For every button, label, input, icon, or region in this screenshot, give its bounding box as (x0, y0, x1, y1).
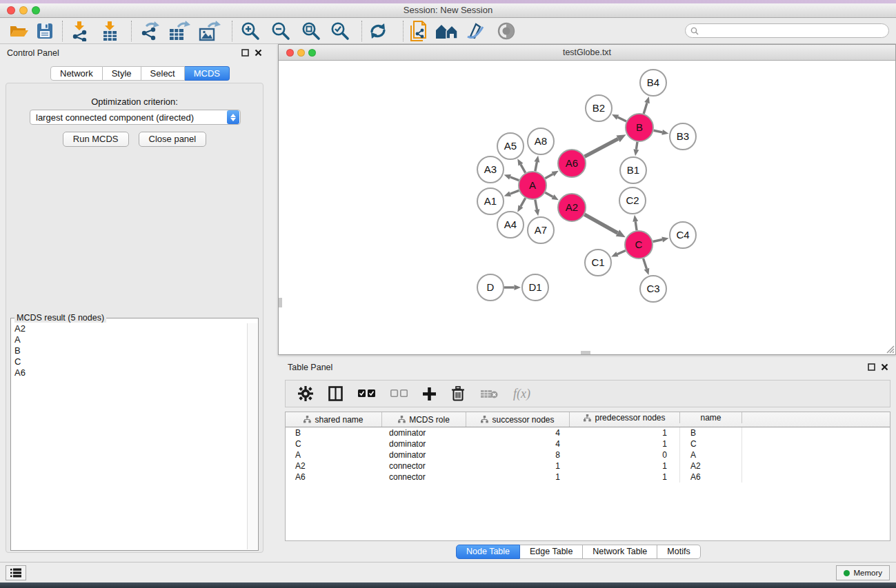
result-list-item[interactable]: A2 (12, 323, 247, 334)
graph-edge[interactable] (618, 117, 626, 121)
network-zoom-button[interactable] (308, 49, 316, 57)
tab-select[interactable]: Select (141, 66, 185, 81)
graph-edge-arrowhead (661, 237, 668, 243)
float-table-panel-icon[interactable] (868, 363, 875, 371)
graph-edge[interactable] (521, 198, 526, 206)
minimize-window-button[interactable] (19, 6, 28, 14)
network-close-button[interactable] (286, 49, 294, 57)
memory-button[interactable]: Memory (836, 565, 890, 580)
home-button[interactable] (435, 21, 459, 41)
main-toolbar (0, 18, 896, 44)
column-settings-button[interactable] (298, 386, 313, 401)
graph-edge[interactable] (510, 177, 519, 181)
save-session-button[interactable] (36, 21, 54, 41)
select-all-button[interactable] (358, 389, 375, 398)
tab-network-table[interactable]: Network Table (583, 545, 657, 559)
hide-annotations-button[interactable] (465, 21, 486, 41)
zoom-in-button[interactable] (240, 21, 261, 41)
table-row[interactable]: Cdominator41C (286, 438, 890, 449)
search-field[interactable] (685, 23, 889, 38)
vertical-scroll-thumb[interactable] (279, 298, 282, 307)
criterion-select[interactable]: largest connected component (directed) (30, 110, 241, 125)
graph-node-label: C3 (646, 283, 659, 294)
resize-grip-icon[interactable] (884, 343, 895, 354)
graph-edge[interactable] (636, 142, 637, 150)
tab-style[interactable]: Style (103, 66, 141, 81)
network-graph[interactable]: B4B2BB3A8A5A6A3B1AA1C2A2A4A7C4CC1C3DD1 (279, 61, 895, 354)
result-list-item[interactable]: B (12, 345, 247, 356)
show-columns-button[interactable] (328, 386, 343, 401)
table-row[interactable]: Adominator80A (286, 449, 890, 460)
task-history-button[interactable] (6, 565, 26, 580)
graph-edge[interactable] (654, 130, 663, 132)
refresh-button[interactable] (368, 21, 388, 41)
graph-edge[interactable] (521, 165, 526, 173)
zoom-window-button[interactable] (32, 6, 40, 14)
tab-node-table[interactable]: Node Table (456, 545, 520, 559)
export-network-button[interactable] (139, 21, 160, 41)
graph-edge[interactable] (535, 162, 537, 171)
graph-edge[interactable] (653, 240, 663, 242)
graph-edge[interactable] (617, 250, 626, 254)
graph-edge[interactable] (644, 103, 647, 114)
table-cell: 1 (466, 461, 570, 471)
graph-edge-arrowhead (661, 130, 668, 135)
clone-network-button[interactable] (408, 21, 429, 41)
network-minimize-button[interactable] (297, 49, 305, 57)
select-stepper-icon (227, 110, 239, 124)
add-column-button[interactable] (423, 387, 436, 401)
result-list-item[interactable]: A (12, 334, 247, 345)
zoom-selected-button[interactable] (330, 21, 350, 41)
graph-edge[interactable] (584, 214, 617, 233)
import-network-button[interactable] (70, 21, 90, 41)
close-window-button[interactable] (7, 6, 15, 14)
table-row[interactable]: A6connector11A6 (286, 472, 890, 483)
run-mcds-button[interactable]: Run MCDS (63, 132, 129, 147)
tab-network[interactable]: Network (50, 66, 103, 81)
zoom-selected-icon (330, 21, 350, 41)
delete-table-button[interactable] (480, 388, 498, 399)
column-header-predecessor-nodes[interactable]: predecessor nodes (570, 412, 680, 423)
table-cell: 0 (570, 449, 680, 460)
graph-edge[interactable] (535, 200, 537, 210)
graph-node-label: A8 (535, 135, 547, 147)
close-panel-button[interactable]: Close panel (139, 132, 207, 147)
export-table-button[interactable] (168, 21, 190, 41)
function-builder-button[interactable]: f(x) (513, 387, 530, 401)
result-list-scrollbar[interactable] (247, 323, 257, 549)
zoom-fit-button[interactable] (301, 21, 321, 41)
export-image-button[interactable] (199, 21, 221, 41)
search-input[interactable] (701, 26, 888, 36)
result-list-item[interactable]: C (12, 356, 247, 367)
deselect-all-button[interactable] (390, 389, 408, 398)
graph-edge[interactable] (510, 190, 519, 194)
delete-column-button[interactable] (451, 386, 465, 401)
open-session-button[interactable] (8, 21, 29, 41)
table-row[interactable]: Bdominator41B (286, 427, 890, 438)
table-cell: dominator (382, 428, 466, 438)
zoom-out-button[interactable] (270, 21, 291, 41)
graph-edge[interactable] (545, 174, 552, 178)
graph-edge[interactable] (585, 139, 619, 156)
column-header-mcds-role[interactable]: MCDS role (382, 412, 466, 427)
network-canvas[interactable]: B4B2BB3A8A5A6A3B1AA1C2A2A4A7C4CC1C3DD1 (279, 61, 895, 354)
tab-mcds[interactable]: MCDS (185, 66, 230, 81)
table-cell: B (286, 428, 382, 438)
close-table-panel-icon[interactable] (881, 363, 888, 371)
horizontal-scroll-thumb[interactable] (581, 351, 590, 354)
show-hide-graphics-button[interactable] (495, 21, 517, 41)
result-list-item[interactable]: A6 (12, 367, 247, 378)
column-header-name[interactable]: name (680, 412, 742, 423)
table-row[interactable]: A2connector11A2 (286, 460, 890, 472)
close-panel-icon[interactable] (255, 49, 262, 57)
tab-motifs[interactable]: Motifs (657, 545, 700, 559)
tab-edge-table[interactable]: Edge Table (520, 545, 583, 559)
graph-edge[interactable] (545, 192, 552, 196)
network-window-titlebar[interactable]: testGlobe.txt (279, 45, 895, 61)
import-table-button[interactable] (101, 21, 120, 41)
graph-edge[interactable] (644, 258, 647, 269)
float-panel-icon[interactable] (241, 49, 249, 57)
graph-edge[interactable] (635, 221, 637, 230)
column-header-shared-name[interactable]: shared name (286, 412, 382, 427)
column-header-successor-nodes[interactable]: successor nodes (466, 412, 570, 427)
